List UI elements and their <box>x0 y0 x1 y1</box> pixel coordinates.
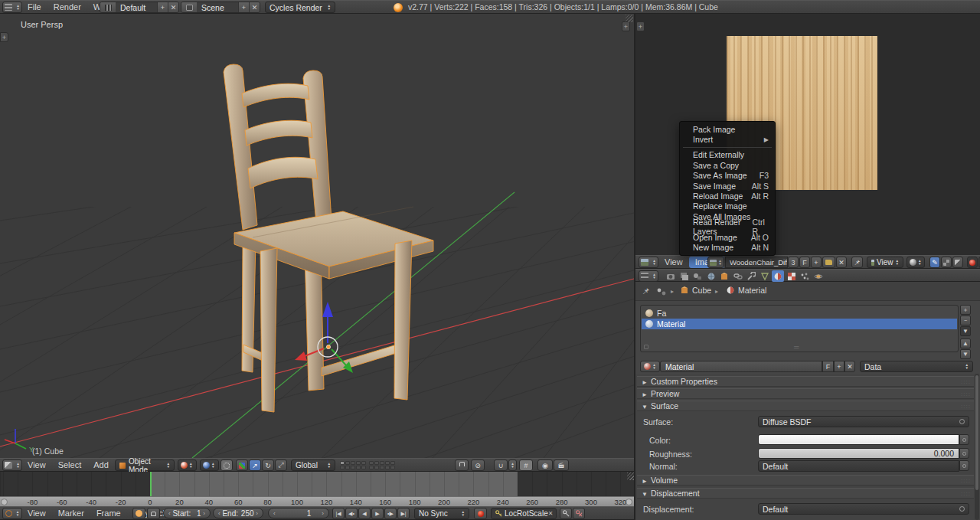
timeline-canvas[interactable] <box>0 472 635 496</box>
transform-orientation-select[interactable]: Global <box>291 459 335 471</box>
mode-select[interactable]: Object Mode <box>115 459 175 471</box>
roughness-node-socket-button[interactable] <box>959 448 969 459</box>
material-new-button[interactable]: + <box>834 361 844 372</box>
tab-constraints[interactable] <box>732 270 744 282</box>
pin-icon[interactable]: 📌︎ <box>851 257 863 268</box>
context-item-save-as-image[interactable]: Save As ImageF3 <box>680 171 775 181</box>
image-slot-select[interactable]: View <box>867 257 903 268</box>
pin-icon[interactable]: 📌︎ <box>642 286 650 296</box>
edit-mode-toggle[interactable]: ✎ <box>929 257 940 268</box>
jump-to-end-button[interactable]: ▶| <box>397 508 410 519</box>
fake-user-button[interactable]: F <box>799 257 810 268</box>
context-item-read-render-layers[interactable]: Read Render LayersCtrl R <box>680 222 775 232</box>
timeline-ruler-scrollbar[interactable]: -80-60-40-200204060801001201401601802002… <box>0 496 635 506</box>
tab-scene[interactable] <box>691 270 704 282</box>
tab-render-layers[interactable] <box>678 270 691 282</box>
move-slot-down-button[interactable]: ▼ <box>960 349 971 359</box>
panel-displacement[interactable]: ▼Displacement:::: <box>637 488 974 499</box>
normal-select[interactable]: Default <box>758 460 959 472</box>
menu-timeline-frame[interactable]: Frame <box>90 507 127 520</box>
render-engine-select[interactable]: Cycles Render <box>265 2 335 13</box>
snap-element-button[interactable]: # <box>519 459 533 471</box>
manipulator-x-arrowhead[interactable] <box>295 352 307 361</box>
menu-3dview-view[interactable]: View <box>21 459 52 472</box>
layer-toggle[interactable] <box>380 461 384 465</box>
open-image-button[interactable] <box>822 257 835 268</box>
scale-manipulator-button[interactable]: ⤢ <box>275 459 287 471</box>
tab-material-active[interactable] <box>772 270 784 282</box>
color-swatch-field[interactable] <box>758 434 959 445</box>
layer-toggle[interactable] <box>361 466 366 469</box>
tab-particles[interactable] <box>799 270 811 282</box>
material-browse-button[interactable] <box>640 361 660 372</box>
layer-toggle[interactable] <box>374 461 379 465</box>
play-reverse-button[interactable]: ◀ <box>358 508 371 519</box>
3d-scene[interactable]: Y <box>0 14 634 458</box>
layer-toggle[interactable] <box>374 466 379 469</box>
rotate-manipulator-button[interactable]: ↻ <box>262 459 274 471</box>
delete-keyframe-button[interactable] <box>573 508 585 519</box>
color-node-socket-button[interactable] <box>959 434 969 445</box>
remove-material-slot-button[interactable]: － <box>960 316 971 325</box>
layers-grid-2[interactable] <box>369 461 395 469</box>
normal-node-socket-button[interactable] <box>959 460 969 471</box>
next-keyframe-button[interactable]: •▶ <box>384 508 397 519</box>
layer-toggle[interactable] <box>345 466 350 469</box>
pivot-point-select[interactable] <box>200 459 219 471</box>
layer-toggle[interactable] <box>340 466 345 469</box>
node-icon[interactable] <box>657 288 666 297</box>
editor-type-button-info[interactable] <box>2 2 22 13</box>
auto-keyframe-record-button[interactable] <box>474 508 487 519</box>
material-unlink-button[interactable]: ✕ <box>844 361 855 372</box>
layer-toggle[interactable] <box>390 461 395 465</box>
menu-render[interactable]: Render <box>47 1 87 14</box>
panel-volume[interactable]: ►Volume:::: <box>637 475 974 486</box>
menu-image-editor-view[interactable]: View <box>658 256 689 269</box>
layer-toggle[interactable] <box>390 466 395 469</box>
context-item-pack-image[interactable]: Pack Image <box>680 124 775 134</box>
context-item-save-a-copy[interactable]: Save a Copy <box>680 160 775 170</box>
menu-timeline-view[interactable]: View <box>21 507 52 520</box>
list-grip[interactable]: ═ <box>794 343 799 351</box>
insert-keyframe-button[interactable] <box>560 508 572 519</box>
breadcrumb-object[interactable]: Cube <box>680 286 711 295</box>
opengl-render-button[interactable]: ◉ <box>537 459 553 471</box>
image-name-field[interactable]: WoodenChair_Diffus... <box>725 257 788 268</box>
context-item-open-image[interactable]: Open ImageAlt O <box>680 232 775 242</box>
layer-toggle[interactable] <box>385 466 390 469</box>
material-slot-row-selected[interactable]: Material <box>642 319 957 329</box>
context-item-save-image[interactable]: Save ImageAlt S <box>680 181 775 191</box>
layer-toggle[interactable] <box>369 461 374 465</box>
context-item-edit-externally[interactable]: Edit Externally <box>680 150 775 160</box>
panel-surface[interactable]: ▼Surface:::: <box>637 401 974 411</box>
clear-keying-set-icon[interactable]: ✕ <box>548 510 554 517</box>
editor-type-button-properties[interactable] <box>639 270 658 282</box>
tab-modifiers[interactable] <box>745 270 757 282</box>
image-toolbar-expand-button[interactable]: + <box>636 21 645 31</box>
tab-texture[interactable] <box>786 270 798 282</box>
slot-specials-button[interactable]: ▼ <box>960 326 971 336</box>
layer-toggle[interactable] <box>361 461 366 465</box>
preview-range-clock-button[interactable] <box>132 508 145 519</box>
menu-file[interactable]: File <box>21 1 47 14</box>
context-item-replace-image[interactable]: Replace Image <box>680 201 775 211</box>
mask-mode-toggle[interactable] <box>941 257 952 268</box>
play-button[interactable]: ▶ <box>371 508 384 519</box>
current-frame-field[interactable]: ‹1› <box>268 508 329 518</box>
toolshelf-expand-button[interactable]: + <box>0 32 8 42</box>
frame-end-field[interactable]: ‹ End: 250 › <box>213 508 263 518</box>
npanel-expand-button[interactable]: + <box>622 21 630 31</box>
add-material-slot-button[interactable]: ＋ <box>960 305 971 315</box>
scene-name[interactable]: Scene <box>197 2 238 12</box>
keying-set-field[interactable]: LocRotScale ✕ <box>491 508 557 519</box>
layer-toggle[interactable] <box>356 461 361 465</box>
tab-world[interactable] <box>705 270 717 282</box>
material-fake-user-button[interactable]: F <box>822 361 834 372</box>
context-item-reload-image[interactable]: Reload ImageAlt R <box>680 191 775 201</box>
red-channel-button[interactable] <box>967 257 978 268</box>
snap-mode-spinner[interactable] <box>508 459 517 471</box>
layer-toggle[interactable] <box>385 461 390 465</box>
layer-toggle[interactable] <box>380 466 384 469</box>
prev-keyframe-button[interactable]: ◀• <box>345 508 358 519</box>
frame-start-field[interactable]: ‹ Start: 1 › <box>163 508 211 518</box>
